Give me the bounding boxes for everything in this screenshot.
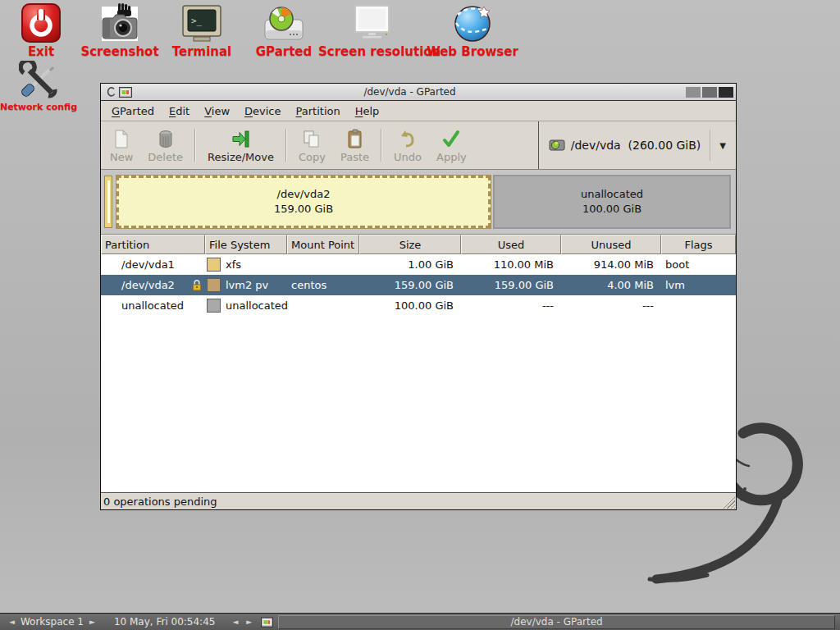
partition-table: Partition File System Mount Point Size U… <box>101 235 736 492</box>
copy-button[interactable]: Copy <box>291 121 333 169</box>
monitor-icon <box>318 2 425 43</box>
column-header-flags[interactable]: Flags <box>661 235 736 254</box>
filesystem-color-swatch <box>207 278 221 292</box>
undo-icon <box>398 129 418 150</box>
tools-icon <box>0 59 92 100</box>
gparted-window-icon <box>119 87 132 98</box>
titlebar[interactable]: /dev/vda - GParted <box>101 84 736 101</box>
debian-swirl-icon <box>106 86 116 98</box>
desktop-icon-network-config[interactable]: Network config <box>0 59 92 112</box>
desktop-icon-screen-resolution[interactable]: Screen resolution <box>318 2 425 59</box>
desktop-icon-label: Screen resolution <box>318 44 425 59</box>
partition-name: unallocated <box>581 187 643 202</box>
device-name: /dev/vda <box>571 139 621 152</box>
table-row-vda1[interactable]: /dev/vda1 xfs 1.00 GiB 110.00 MiB 914.00… <box>101 254 736 275</box>
partition-size: 100.00 GiB <box>582 202 641 217</box>
partition-name: /dev/vda2 <box>277 187 331 202</box>
new-partition-icon <box>112 129 131 150</box>
chevron-down-icon: ▼ <box>716 141 729 150</box>
menu-partition[interactable]: Partition <box>289 103 348 120</box>
maximize-button[interactable] <box>702 87 717 98</box>
device-selector[interactable]: /dev/vda (260.00 GiB) ▼ <box>538 121 734 169</box>
menu-view[interactable]: View <box>197 103 237 120</box>
partition-visual-bar: /dev/vda2 159.00 GiB unallocated 100.00 … <box>101 170 736 235</box>
menu-edit[interactable]: Edit <box>162 103 197 120</box>
partition-block-vda1[interactable] <box>104 176 112 228</box>
workspace-prev-icon[interactable]: ◄ <box>5 618 19 626</box>
clock: 10 May, Fri 00:54:45 <box>112 616 217 628</box>
menu-gparted[interactable]: GParted <box>104 103 162 120</box>
paste-icon <box>345 129 365 150</box>
column-header-filesystem[interactable]: File System <box>205 235 287 254</box>
new-button[interactable]: New <box>103 121 140 169</box>
table-row-unallocated[interactable]: unallocated unallocated 100.00 GiB --- -… <box>101 295 736 316</box>
delete-button[interactable]: Delete <box>140 121 190 169</box>
workspace-next-icon[interactable]: ► <box>85 618 99 626</box>
toolbar-separator <box>381 129 382 162</box>
filesystem-color-swatch <box>207 258 221 272</box>
disk-icon <box>549 139 565 152</box>
device-capacity: (260.00 GiB) <box>628 139 701 152</box>
close-button[interactable] <box>719 87 733 98</box>
filesystem-color-swatch <box>207 299 221 313</box>
resize-grip[interactable] <box>723 496 735 509</box>
table-header: Partition File System Mount Point Size U… <box>101 235 736 254</box>
desktop-icon-web-browser[interactable]: Web Browser <box>419 2 526 59</box>
desktop: Exit Screenshot <box>0 0 840 630</box>
workspace-label: Workspace 1 <box>19 616 85 628</box>
toolbar: New Delete Resize/Move <box>101 121 736 170</box>
delete-partition-icon <box>156 129 176 150</box>
pending-operations-text: 0 operations pending <box>103 495 217 508</box>
menubar: GParted Edit View Device Partition Help <box>101 101 736 121</box>
menu-device[interactable]: Device <box>237 103 288 120</box>
taskbar: ◄ Workspace 1 ► 10 May, Fri 00:54:45 ◄ ►… <box>0 613 840 630</box>
task-scroll-left-icon[interactable]: ◄ <box>228 618 242 626</box>
apply-button[interactable]: Apply <box>429 121 474 169</box>
partition-block-vda2-selected[interactable]: /dev/vda2 159.00 GiB <box>116 175 491 229</box>
task-scroll-right-icon[interactable]: ► <box>242 618 256 626</box>
copy-icon <box>302 129 322 150</box>
undo-button[interactable]: Undo <box>386 121 429 169</box>
desktop-icon-label: Network config <box>0 102 92 112</box>
gparted-window: /dev/vda - GParted GParted Edit View Dev… <box>100 83 737 510</box>
column-header-partition[interactable]: Partition <box>101 235 205 254</box>
menu-help[interactable]: Help <box>348 103 387 120</box>
column-header-used[interactable]: Used <box>461 235 561 254</box>
lock-icon <box>191 279 203 292</box>
table-row-vda2-selected[interactable]: /dev/vda2 lvm2 pv centos 159.00 GiB 159.… <box>101 275 736 295</box>
statusbar: 0 operations pending <box>101 492 736 509</box>
svg-text:>_: >_ <box>191 16 203 26</box>
desktop-icon-label: Web Browser <box>419 44 526 59</box>
resize-move-button[interactable]: Resize/Move <box>200 121 281 169</box>
gparted-task-icon <box>261 617 273 628</box>
window-title: /dev/vda - GParted <box>135 86 684 98</box>
minimize-button[interactable] <box>686 87 701 98</box>
globe-icon <box>419 2 526 43</box>
partition-block-unallocated[interactable]: unallocated 100.00 GiB <box>493 175 731 229</box>
toolbar-separator <box>194 129 196 162</box>
toolbar-separator <box>285 129 287 162</box>
column-header-size[interactable]: Size <box>359 235 461 254</box>
paste-button[interactable]: Paste <box>333 121 377 169</box>
column-header-unused[interactable]: Unused <box>561 235 661 254</box>
apply-icon <box>441 129 461 150</box>
partition-size: 159.00 GiB <box>274 202 333 217</box>
task-button-gparted[interactable]: /dev/vda - GParted <box>278 615 835 629</box>
resize-move-icon <box>231 129 252 150</box>
column-header-mountpoint[interactable]: Mount Point <box>287 235 359 254</box>
